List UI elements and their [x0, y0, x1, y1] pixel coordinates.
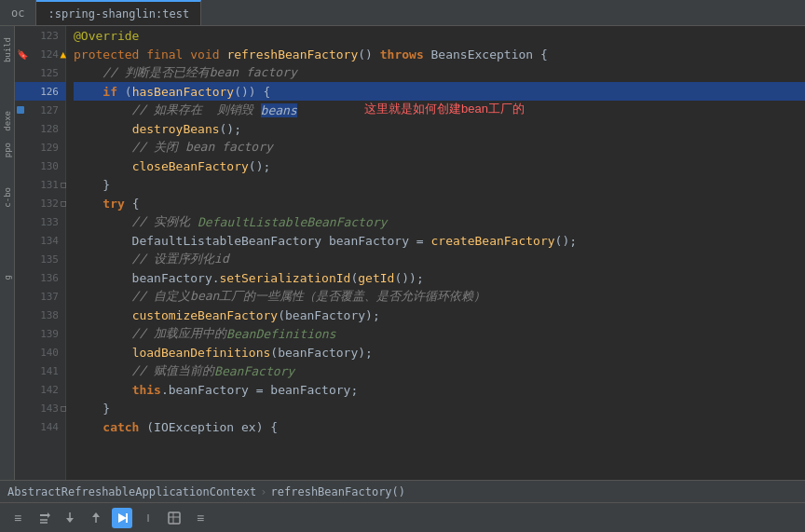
- code-line-144: catch (IOException ex) {: [74, 417, 805, 436]
- editor-container: oc :spring-shanglin:test build dexe ppo …: [0, 0, 805, 532]
- code-line-126: if (hasBeanFactory()) {: [74, 82, 805, 101]
- tab-oc[interactable]: oc: [0, 0, 36, 25]
- line-num-126: 126: [15, 82, 66, 101]
- code-line-140: loadBeanDefinitions(beanFactory);: [74, 343, 805, 361]
- line-numbers-gutter: 123 🔖 124 ▲ 125 126 127 128 129 130 □: [15, 26, 66, 480]
- line-num-134: 134: [15, 231, 66, 250]
- line-num-125: 125: [15, 63, 66, 82]
- code-area: build dexe ppo c-bo g 123 🔖 124 ▲ 125 12…: [0, 26, 805, 480]
- code-line-132: try {: [74, 194, 805, 212]
- code-lines: @Override protected final void refreshBe…: [74, 26, 805, 436]
- toolbar-btn-step-over[interactable]: [34, 508, 54, 528]
- svg-marker-5: [66, 518, 74, 523]
- line-num-129: 129: [15, 138, 66, 157]
- breadcrumb-bar: AbstractRefreshableApplicationContext › …: [0, 480, 805, 502]
- sidebar-label-cbo[interactable]: c-bo: [1, 184, 14, 211]
- line-num-136: 136: [15, 268, 66, 287]
- code-line-142: this.beanFactory = beanFactory;: [74, 380, 805, 399]
- toolbar-btn-run-cursor[interactable]: [112, 508, 132, 528]
- code-line-135: // 设置序列化id: [74, 250, 805, 268]
- svg-marker-7: [92, 512, 100, 517]
- breadcrumb-method[interactable]: refreshBeanFactory(): [271, 485, 406, 498]
- line-num-131: □ 131: [15, 175, 66, 194]
- code-line-141: // 赋值当前的BeanFactory: [74, 361, 805, 380]
- line-num-123: 123: [15, 26, 66, 45]
- annotation-then-exit: 然后退出: [66, 399, 68, 416]
- line-num-144: 144: [15, 417, 66, 436]
- line-num-143: □ 143: [15, 399, 66, 417]
- code-content[interactable]: 这里就是如何创建bean工厂的 然后退出 @Override: [66, 26, 805, 480]
- sidebar-label-index[interactable]: dexe: [1, 107, 14, 135]
- toolbar-btn-step-into[interactable]: [60, 508, 80, 528]
- step-into-icon: [62, 511, 77, 525]
- sidebar-label-build[interactable]: build: [1, 34, 14, 66]
- code-line-138: customizeBeanFactory(beanFactory);: [74, 306, 805, 324]
- code-line-131: }: [74, 175, 805, 194]
- code-line-130: closeBeanFactory();: [74, 157, 805, 175]
- sidebar-label-ppo[interactable]: ppo: [1, 139, 14, 161]
- code-line-137: // 自定义bean工厂的一些属性（是否覆盖、是否允许循环依赖）: [74, 287, 805, 306]
- breadcrumb-class[interactable]: AbstractRefreshableApplicationContext: [7, 485, 256, 498]
- svg-rect-10: [169, 512, 180, 524]
- step-out-icon: [89, 511, 103, 525]
- left-sidebar: build dexe ppo c-bo g: [0, 26, 15, 480]
- svg-marker-8: [118, 513, 127, 523]
- code-line-124: protected final void refreshBeanFactory(…: [74, 45, 805, 63]
- line-num-140: 140: [15, 343, 66, 361]
- line-num-133: 133: [15, 212, 66, 231]
- line-num-139: 139: [15, 324, 66, 343]
- code-line-133: // 实例化 DefaultListableBeanFactory: [74, 212, 805, 231]
- line-num-142: 142: [15, 380, 66, 399]
- toolbar-btn-watches[interactable]: [164, 508, 184, 528]
- line-num-130: 130: [15, 157, 66, 175]
- code-line-139: // 加载应用中的BeanDefinitions: [74, 324, 805, 343]
- line-num-135: 135: [15, 250, 66, 268]
- code-line-127: // 如果存在 则销毁 beans: [74, 101, 805, 119]
- toolbar-btn-settings[interactable]: ≡: [190, 508, 211, 528]
- code-line-128: destroyBeans();: [74, 119, 805, 138]
- code-line-125: // 判断是否已经有bean factory: [74, 63, 805, 82]
- line-num-128: 128: [15, 119, 66, 138]
- line-num-138: 138: [15, 306, 66, 324]
- toolbar-btn-step-out[interactable]: [86, 508, 106, 528]
- code-line-134: DefaultListableBeanFactory beanFactory =…: [74, 231, 805, 250]
- code-line-143: }: [74, 399, 805, 417]
- line-num-137: 137: [15, 287, 66, 306]
- line-num-127: 127: [15, 101, 66, 119]
- code-line-136: beanFactory.setSerializationId(getId());: [74, 268, 805, 287]
- code-line-123: @Override: [74, 26, 805, 45]
- code-line-129: // 关闭 bean factory: [74, 138, 805, 157]
- toolbar-bar: ≡ I: [0, 502, 805, 532]
- line-num-141: 141: [15, 361, 66, 380]
- run-to-cursor-icon: [115, 511, 130, 525]
- tab-bar: oc :spring-shanglin:test: [0, 0, 805, 26]
- toolbar-btn-evaluate[interactable]: I: [138, 508, 158, 528]
- watches-icon: [167, 511, 182, 525]
- line-num-124: 🔖 124 ▲: [15, 45, 66, 63]
- sidebar-label-g[interactable]: g: [1, 271, 14, 283]
- breadcrumb-separator: ›: [260, 485, 266, 498]
- tab-spring-test[interactable]: :spring-shanglin:test: [36, 0, 201, 25]
- step-over-icon: [36, 511, 51, 525]
- toolbar-btn-menu[interactable]: ≡: [7, 508, 28, 528]
- line-num-132: □ 132: [15, 194, 66, 212]
